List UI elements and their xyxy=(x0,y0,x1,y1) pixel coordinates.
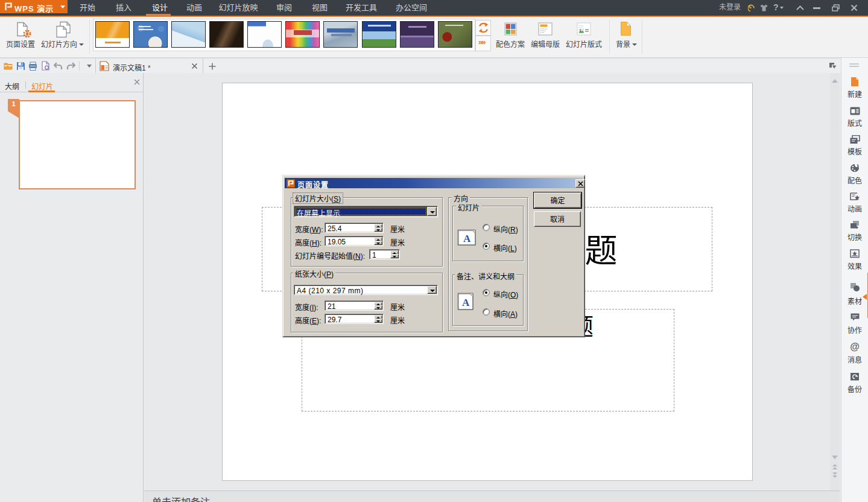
svg-text:A: A xyxy=(462,297,470,308)
svg-text:A: A xyxy=(463,233,471,244)
